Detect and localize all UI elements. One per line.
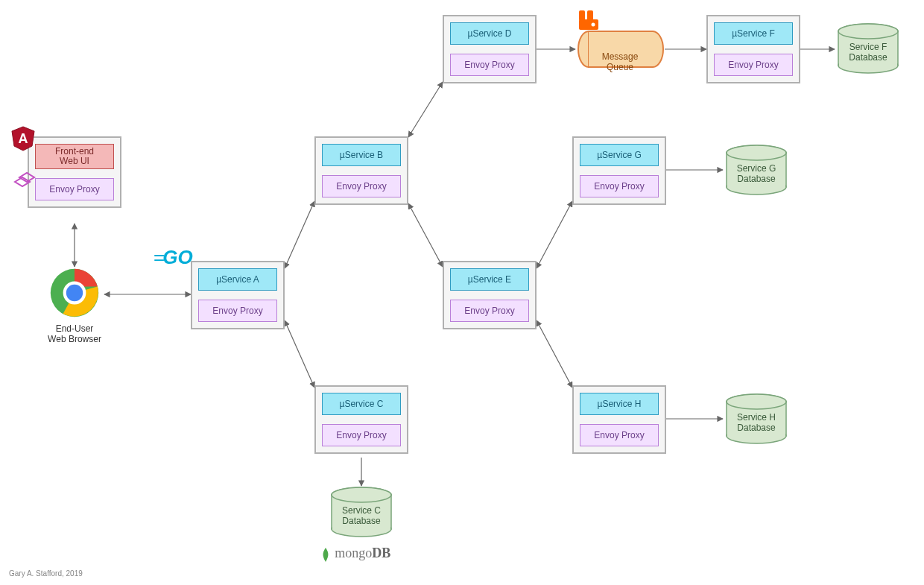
svg-point-20	[66, 285, 83, 301]
service-f-proxy-box: Envoy Proxy	[714, 54, 793, 76]
browser-label: End-User Web Browser	[36, 323, 113, 344]
mongodb-logo: mongoDB	[319, 546, 390, 563]
service-e-proxy-label: Envoy Proxy	[464, 306, 514, 316]
service-c-pod: µService C Envoy Proxy	[314, 385, 408, 454]
service-a-pod: µService A Envoy Proxy	[191, 261, 285, 329]
rabbitmq-icon	[578, 9, 600, 31]
frontend-proxy-box: Envoy Proxy	[35, 178, 114, 200]
svg-line-2	[285, 201, 314, 268]
service-e-proxy-box: Envoy Proxy	[450, 300, 529, 322]
database-h-label: Service H Database	[723, 412, 790, 434]
service-h-proxy-box: Envoy Proxy	[580, 424, 659, 446]
service-h-box: µService H	[580, 393, 659, 415]
frontend-proxy-label: Envoy Proxy	[49, 184, 99, 195]
service-a-proxy-box: Envoy Proxy	[198, 300, 277, 322]
mongodb-leaf-icon	[319, 547, 332, 563]
svg-rect-25	[579, 10, 585, 21]
svg-line-4	[408, 82, 443, 137]
service-g-proxy-box: Envoy Proxy	[580, 175, 659, 197]
service-b-label: µService B	[340, 150, 383, 160]
service-h-pod: µService H Envoy Proxy	[572, 385, 666, 454]
database-g-node: Service G Database	[723, 144, 790, 185]
service-g-box: µService G	[580, 144, 659, 166]
svg-text:A: A	[19, 131, 28, 146]
service-a-label: µService A	[216, 274, 259, 285]
service-c-proxy-label: Envoy Proxy	[336, 430, 386, 440]
message-queue-label: Message Queue	[602, 51, 639, 72]
service-c-box: µService C	[322, 393, 401, 415]
envoy-icon	[10, 170, 36, 192]
svg-point-43	[727, 394, 786, 409]
service-d-proxy-box: Envoy Proxy	[450, 54, 529, 76]
service-b-pod: µService B Envoy Proxy	[314, 136, 408, 205]
chrome-icon	[48, 267, 101, 319]
service-h-proxy-label: Envoy Proxy	[594, 430, 644, 440]
svg-point-48	[332, 487, 391, 502]
database-c-node: Service C Database	[328, 486, 395, 527]
svg-line-5	[408, 203, 443, 267]
service-f-label: µService F	[732, 28, 775, 39]
svg-rect-27	[579, 19, 598, 30]
database-f-node: Service F Database	[835, 22, 902, 63]
service-b-proxy-box: Envoy Proxy	[322, 175, 401, 197]
service-a-proxy-label: Envoy Proxy	[212, 306, 262, 316]
service-b-box: µService B	[322, 144, 401, 166]
service-f-box: µService F	[714, 22, 793, 45]
svg-point-38	[727, 145, 786, 160]
svg-point-33	[838, 24, 898, 39]
service-h-label: µService H	[598, 399, 642, 409]
svg-line-3	[285, 320, 314, 388]
service-d-proxy-label: Envoy Proxy	[464, 60, 514, 70]
service-d-label: µService D	[468, 28, 512, 39]
database-h-node: Service H Database	[723, 393, 790, 434]
service-e-box: µService E	[450, 268, 529, 291]
service-c-proxy-box: Envoy Proxy	[322, 424, 401, 446]
database-g-label: Service G Database	[723, 163, 790, 185]
database-c-label: Service C Database	[328, 505, 395, 527]
svg-rect-26	[587, 10, 593, 21]
frontend-pod: Front-end Web UI Envoy Proxy	[28, 136, 121, 208]
frontend-webui-box: Front-end Web UI	[35, 144, 114, 169]
service-b-proxy-label: Envoy Proxy	[336, 181, 386, 192]
database-f-label: Service F Database	[835, 42, 902, 63]
credit-text: Gary A. Stafford, 2019	[9, 569, 83, 578]
frontend-webui-label: Front-end Web UI	[55, 147, 94, 166]
svg-line-10	[537, 320, 572, 388]
svg-line-9	[537, 201, 572, 268]
service-d-box: µService D	[450, 22, 529, 45]
service-e-pod: µService E Envoy Proxy	[443, 261, 537, 329]
service-g-proxy-label: Envoy Proxy	[594, 181, 644, 192]
golang-icon: =GO	[154, 246, 193, 269]
service-f-pod: µService F Envoy Proxy	[706, 15, 800, 83]
service-e-label: µService E	[468, 274, 511, 285]
service-d-pod: µService D Envoy Proxy	[443, 15, 537, 83]
service-f-proxy-label: Envoy Proxy	[728, 60, 778, 70]
browser-node: End-User Web Browser	[36, 267, 113, 344]
service-c-label: µService C	[340, 399, 384, 409]
service-g-pod: µService G Envoy Proxy	[572, 136, 666, 205]
mongodb-text: mongoDB	[335, 546, 390, 560]
svg-point-28	[592, 23, 595, 27]
service-g-label: µService G	[597, 150, 642, 160]
angular-icon: A	[10, 125, 36, 152]
service-a-box: µService A	[198, 268, 277, 291]
message-queue-node: Message Queue	[575, 28, 665, 104]
